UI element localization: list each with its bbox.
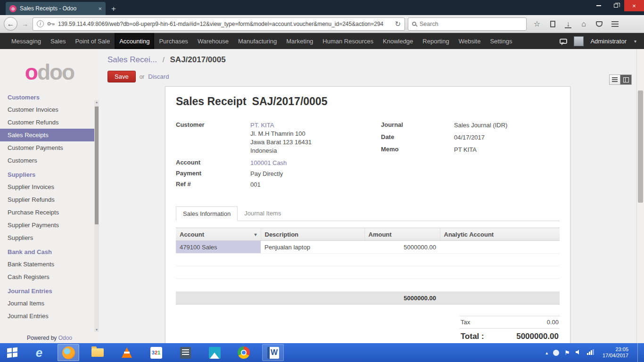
- sidebar-item-supplier-payments[interactable]: Supplier Payments: [0, 219, 94, 231]
- memo-value[interactable]: PT KITA: [454, 146, 477, 154]
- messages-icon[interactable]: [560, 39, 567, 44]
- header-description[interactable]: Description: [261, 228, 364, 241]
- empty-cell[interactable]: [176, 266, 261, 279]
- sidebar-item-supplier-invoices[interactable]: Supplier Invoices: [0, 181, 94, 193]
- network-icon[interactable]: [587, 348, 594, 357]
- site-info-icon[interactable]: i: [37, 20, 44, 27]
- show-desktop-button[interactable]: [637, 343, 641, 362]
- payment-value[interactable]: Pay Directly: [250, 170, 283, 178]
- customer-link[interactable]: PT. KITA: [250, 122, 274, 129]
- ref-value[interactable]: 001: [250, 181, 261, 189]
- nav-item-point-of-sale[interactable]: Point of Sale: [70, 33, 115, 49]
- taskbar-word-button[interactable]: W: [262, 344, 284, 361]
- nav-item-website[interactable]: Website: [454, 33, 486, 49]
- home-icon[interactable]: ⌂: [579, 19, 588, 29]
- account-link[interactable]: 100001 Cash: [250, 159, 287, 166]
- nav-item-sales[interactable]: Sales: [46, 33, 71, 49]
- empty-table-row[interactable]: [176, 266, 560, 279]
- cell-analytic[interactable]: [440, 241, 560, 254]
- sidebar-item-bank-statements[interactable]: Bank Statements: [0, 258, 94, 271]
- url-text[interactable]: 139.59.114.49:8069/web?db=o8-uperp9-hin-…: [58, 21, 391, 27]
- forward-button[interactable]: →: [20, 19, 30, 29]
- date-value[interactable]: 04/17/2017: [454, 133, 485, 142]
- taskbar-vlc-button[interactable]: [116, 344, 138, 361]
- sidebar-item-customer-invoices[interactable]: Customer Invoices: [0, 103, 94, 116]
- taskbar-photos-button[interactable]: [204, 344, 225, 361]
- tray-app-icon[interactable]: [553, 350, 559, 356]
- bookmark-star-icon[interactable]: ☆: [532, 19, 542, 29]
- table-row[interactable]: 479100 Sales Penjualan laptop 5000000.00: [176, 241, 560, 254]
- new-tab-button[interactable]: +: [106, 4, 122, 15]
- action-center-flag-icon[interactable]: ⚑: [564, 349, 570, 356]
- sidebar-scroll-thumb[interactable]: [95, 107, 99, 224]
- empty-cell[interactable]: [261, 254, 364, 266]
- back-button[interactable]: ←: [4, 17, 17, 31]
- customer-value[interactable]: PT. KITA Jl. M.H Thamrin 100 Jawa Barat …: [250, 121, 312, 155]
- tray-expand-icon[interactable]: ▴: [545, 350, 548, 355]
- chevron-down-icon[interactable]: ▾: [634, 39, 636, 44]
- sidebar-scrollbar[interactable]: ▴ ▾: [94, 100, 99, 332]
- column-dropdown-icon[interactable]: ▾: [254, 232, 256, 237]
- header-amount[interactable]: Amount: [364, 228, 440, 241]
- tab-journal-items[interactable]: Journal Items: [238, 206, 288, 221]
- powered-by-brand[interactable]: Odoo: [58, 335, 72, 341]
- tab-close-icon[interactable]: ×: [98, 5, 102, 12]
- taskbar-notes-button[interactable]: [174, 344, 196, 361]
- sidebar-item-customer-refunds[interactable]: Customer Refunds: [0, 116, 94, 129]
- nav-item-accounting[interactable]: Accounting: [115, 33, 154, 49]
- nav-item-human-resources[interactable]: Human Resources: [318, 33, 378, 49]
- nav-item-messaging[interactable]: Messaging: [7, 33, 46, 49]
- taskbar-media-player-button[interactable]: 321: [145, 344, 167, 361]
- volume-icon[interactable]: [575, 348, 582, 357]
- sidebar-item-suppliers[interactable]: Suppliers: [0, 231, 94, 244]
- url-bar[interactable]: i 139.59.114.49:8069/web?db=o8-uperp9-hi…: [33, 17, 405, 31]
- taskbar-ie-button[interactable]: e: [28, 344, 50, 361]
- reload-icon[interactable]: ↻: [395, 20, 401, 28]
- nav-item-reporting[interactable]: Reporting: [418, 33, 454, 49]
- page-scrollbar[interactable]: [636, 49, 644, 343]
- form-view-button[interactable]: [620, 74, 632, 85]
- taskbar-firefox-button[interactable]: [58, 344, 79, 361]
- empty-cell[interactable]: [364, 279, 440, 292]
- tab-sales-information[interactable]: Sales Information: [176, 206, 238, 221]
- empty-cell[interactable]: [440, 279, 560, 292]
- start-button[interactable]: [0, 343, 25, 362]
- taskbar-clock[interactable]: 23:05 17/04/2017: [600, 346, 628, 359]
- empty-table-row[interactable]: [176, 254, 560, 266]
- nav-item-warehouse[interactable]: Warehouse: [193, 33, 233, 49]
- cell-description[interactable]: Penjualan laptop: [261, 241, 364, 254]
- sidebar-item-journal-entries[interactable]: Journal Entries: [0, 310, 94, 322]
- cell-amount[interactable]: 5000000.00: [364, 241, 440, 254]
- sidebar-item-sales-receipts[interactable]: Sales Receipts: [0, 129, 94, 141]
- empty-cell[interactable]: [176, 254, 261, 266]
- search-input[interactable]: [420, 21, 522, 27]
- empty-cell[interactable]: [261, 266, 364, 279]
- list-view-button[interactable]: [609, 74, 620, 85]
- empty-cell[interactable]: [440, 266, 560, 279]
- user-menu[interactable]: Administrator: [590, 38, 627, 45]
- empty-cell[interactable]: [440, 254, 560, 266]
- sidebar-item-purchase-receipts[interactable]: Purchase Receipts: [0, 206, 94, 219]
- downloads-icon[interactable]: ↓: [563, 19, 573, 29]
- window-close-button[interactable]: ×: [624, 0, 644, 11]
- scroll-up-icon[interactable]: ▴: [94, 100, 99, 104]
- cell-account[interactable]: 479100 Sales: [176, 241, 261, 254]
- nav-item-knowledge[interactable]: Knowledge: [378, 33, 418, 49]
- empty-cell[interactable]: [261, 279, 364, 292]
- taskbar-chrome-button[interactable]: [233, 344, 255, 361]
- save-button[interactable]: Save: [107, 71, 136, 82]
- nav-item-marketing[interactable]: Marketing: [281, 33, 318, 49]
- empty-cell[interactable]: [176, 279, 261, 292]
- header-analytic-account[interactable]: Analytic Account: [440, 228, 560, 241]
- bookmarks-panel-icon[interactable]: [548, 19, 557, 29]
- scroll-down-icon[interactable]: ▾: [94, 328, 99, 332]
- taskbar-explorer-button[interactable]: [87, 344, 108, 361]
- menu-icon[interactable]: [610, 19, 619, 29]
- sidebar-item-customer-payments[interactable]: Customer Payments: [0, 141, 94, 154]
- sidebar-item-supplier-refunds[interactable]: Supplier Refunds: [0, 193, 94, 206]
- empty-cell[interactable]: [364, 266, 440, 279]
- empty-table-row[interactable]: [176, 279, 560, 292]
- nav-item-settings[interactable]: Settings: [485, 33, 517, 49]
- window-minimize-button[interactable]: [590, 0, 607, 11]
- sidebar-item-journal-items[interactable]: Journal Items: [0, 297, 94, 310]
